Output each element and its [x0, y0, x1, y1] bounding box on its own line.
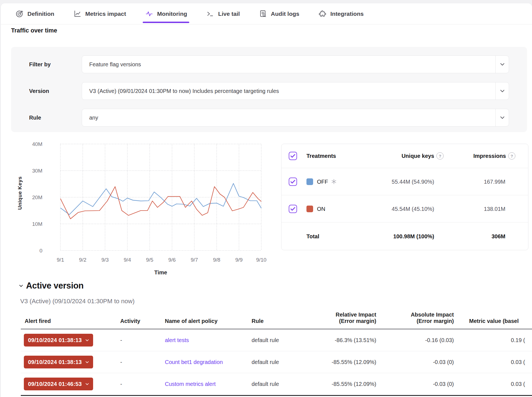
active-version-header[interactable]: Active version	[19, 281, 84, 291]
alert-fired-badge[interactable]: 09/10/2024 01:46:53	[24, 378, 93, 390]
puzzle-icon	[318, 9, 327, 18]
terminal-icon	[206, 9, 214, 18]
column-header: Rule	[247, 304, 299, 329]
chevron-down-icon	[85, 361, 89, 363]
alert-policy-link[interactable]: alert tests	[165, 337, 189, 343]
alert-row: 09/10/2024 01:46:53 - Custom metrics ale…	[21, 373, 532, 395]
metric-value-cell: 0.03 (	[454, 381, 532, 387]
svg-text:9/9: 9/9	[235, 257, 242, 263]
column-header: Absolute Impact(Error margin)	[376, 304, 454, 329]
chevron-down-icon	[85, 383, 89, 385]
svg-text:9/8: 9/8	[213, 257, 220, 263]
svg-text:9/3: 9/3	[101, 257, 109, 263]
metric-value-cell: 0.19 (	[454, 337, 532, 343]
svg-text:10M: 10M	[32, 221, 42, 227]
total-label: Total	[306, 233, 319, 240]
tab-live-tail[interactable]: Live tail	[206, 3, 240, 24]
treatment-checkbox-off[interactable]	[289, 178, 297, 186]
tab-label: Audit logs	[271, 11, 300, 17]
traffic-chart: 010M20M30M40M9/19/29/39/49/59/69/79/89/9…	[1, 139, 271, 283]
chevron-down-icon	[19, 283, 24, 288]
filter-select-filter-by[interactable]: Feature flag versions	[82, 55, 509, 73]
svg-text:9/6: 9/6	[168, 257, 176, 263]
help-icon[interactable]: ?	[508, 152, 515, 160]
audit-log-icon	[259, 9, 267, 18]
filter-row-filter-by: Filter by Feature flag versions	[11, 55, 527, 73]
series-off	[60, 183, 261, 214]
treatment-name: OFF	[317, 178, 337, 185]
chevron-down-icon	[495, 56, 509, 73]
tab-metrics-impact[interactable]: Metrics impact	[73, 3, 126, 24]
treatments-table: Treatments Unique keys? Impressions? OFF…	[281, 144, 528, 250]
total-impressions: 306M	[492, 233, 505, 240]
filter-row-rule: Rule any	[11, 109, 527, 127]
svg-text:20M: 20M	[32, 194, 42, 200]
svg-text:9/5: 9/5	[146, 257, 153, 263]
alert-fired-badge[interactable]: 09/10/2024 01:38:13	[24, 356, 93, 368]
absolute-impact-cell: -0.03 (0)	[376, 381, 454, 387]
absolute-impact-cell: -0.03 (0)	[376, 359, 454, 365]
alert-row: 09/10/2024 01:38:13 - alert tests defaul…	[21, 329, 532, 351]
treatment-row-off: OFF 55.44M (54.90%) 167.99M	[282, 168, 528, 195]
filter-label: Rule	[29, 115, 41, 121]
target-icon	[15, 9, 24, 18]
treatments-header: Treatments	[306, 153, 336, 159]
table-end-divider	[21, 395, 532, 396]
filter-select-rule[interactable]: any	[82, 109, 509, 127]
filter-row-version: Version V3 (Active) (09/01/2024 01:30PM …	[11, 82, 527, 100]
frozen-icon	[331, 179, 337, 185]
tab-label: Live tail	[218, 11, 240, 17]
impressions-value: 138.01M	[484, 206, 505, 212]
line-chart-icon	[73, 9, 82, 18]
chevron-down-icon	[495, 109, 509, 126]
main-card: DefinitionMetrics impactMonitoringLive t…	[1, 3, 532, 397]
svg-text:Time: Time	[154, 269, 167, 275]
svg-text:9/1: 9/1	[57, 257, 64, 263]
alert-policy-link[interactable]: Count bet1 degradation	[165, 359, 223, 365]
svg-text:0: 0	[39, 248, 42, 254]
rule-cell: default rule	[247, 381, 299, 387]
column-header: Alert fired	[21, 304, 116, 329]
absolute-impact-cell: -0.16 (0.03)	[376, 337, 454, 343]
svg-text:9/7: 9/7	[191, 257, 198, 263]
help-icon[interactable]: ?	[436, 152, 444, 160]
treatments-header-row: Treatments Unique keys? Impressions?	[282, 144, 528, 168]
column-header: Relative Impact(Error margin)	[299, 304, 376, 329]
tab-bar: DefinitionMetrics impactMonitoringLive t…	[1, 3, 532, 24]
series-on	[60, 187, 261, 219]
filter-select-version[interactable]: V3 (Active) (09/01/2024 01:30PM to now) …	[82, 82, 509, 100]
tab-monitoring[interactable]: Monitoring	[145, 3, 187, 24]
tab-label: Definition	[27, 11, 54, 17]
tab-integrations[interactable]: Integrations	[318, 3, 364, 24]
series-color-swatch	[306, 178, 313, 185]
svg-text:40M: 40M	[32, 141, 42, 147]
alert-fired-badge[interactable]: 09/10/2024 01:38:13	[24, 334, 93, 347]
tab-label: Integrations	[330, 11, 364, 17]
chevron-down-icon	[85, 339, 89, 342]
svg-text:9/4: 9/4	[124, 257, 131, 263]
column-header: Activity	[116, 304, 154, 329]
activity-cell: -	[116, 337, 154, 343]
active-version-title: Active version	[26, 281, 84, 291]
treatment-checkbox-on[interactable]	[289, 205, 297, 213]
alert-policy-link[interactable]: Custom metrics alert	[165, 381, 216, 387]
alerts-table-header: Alert firedActivityName of alert policyR…	[21, 304, 532, 329]
active-version-subtitle: V3 (Active) (09/10/2024 01:30PM to now)	[20, 298, 135, 305]
svg-text:30M: 30M	[32, 168, 42, 174]
alert-row: 09/10/2024 01:38:13 - Count bet1 degrada…	[21, 351, 532, 373]
select-all-checkbox[interactable]	[289, 152, 297, 160]
column-header: Metric value (basel	[454, 304, 532, 329]
pulse-icon	[145, 9, 154, 18]
rule-cell: default rule	[247, 337, 299, 343]
tab-definition[interactable]: Definition	[15, 3, 54, 24]
relative-impact-cell: -86.3% (13.51%)	[299, 337, 376, 343]
filter-label: Filter by	[29, 61, 51, 68]
rule-cell: default rule	[247, 359, 299, 365]
treatments-total-row: Total 100.98M (100%) 306M	[282, 222, 528, 250]
tab-audit-logs[interactable]: Audit logs	[259, 3, 300, 24]
unique-keys-value: 45.54M (45.10%)	[392, 206, 434, 212]
tab-label: Metrics impact	[85, 11, 126, 17]
tab-label: Monitoring	[157, 11, 187, 17]
treatment-row-on: ON 45.54M (45.10%) 138.01M	[282, 195, 528, 222]
select-value: Feature flag versions	[89, 61, 141, 68]
